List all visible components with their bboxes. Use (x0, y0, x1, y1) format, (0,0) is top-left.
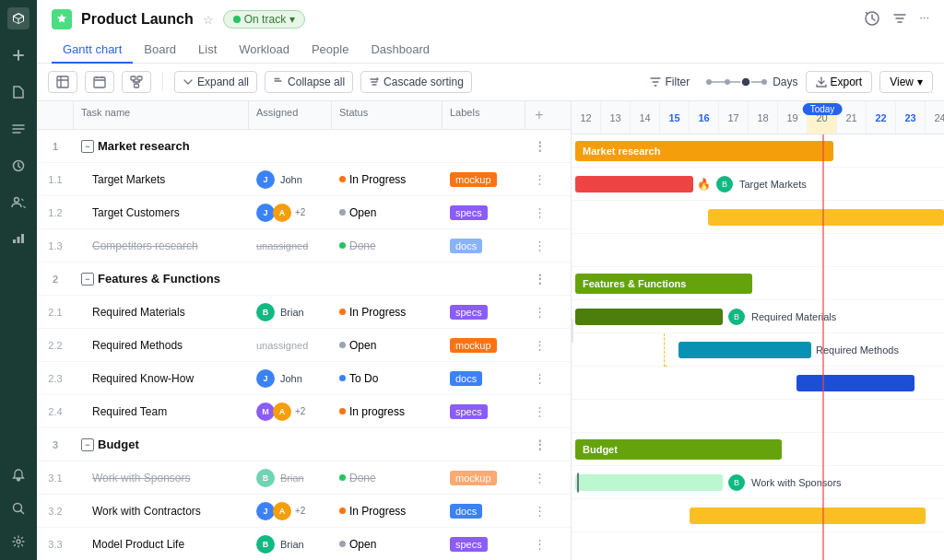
collapse-all-label: Collapse all (288, 76, 345, 88)
more-menu-btn[interactable]: ⋮ (525, 202, 553, 223)
label-badge: mockup (450, 338, 497, 353)
export-btn[interactable]: Export (806, 71, 873, 93)
collapse-toggle[interactable]: − (81, 438, 94, 451)
collapse-toggle[interactable]: − (81, 273, 94, 286)
star-icon[interactable]: ☆ (203, 13, 214, 27)
label-badge: specs (450, 305, 488, 320)
days-label: Days (773, 76, 797, 88)
label-badge: mockup (450, 172, 497, 187)
avatar: M (256, 402, 275, 421)
sidebar-files[interactable] (7, 81, 30, 103)
task-name: Competitors research (74, 236, 249, 256)
more-menu-btn[interactable]: ⋮ (525, 268, 553, 289)
more-menu-btn[interactable]: ⋮ (525, 235, 553, 256)
avatar: A (273, 204, 291, 222)
assigned-cell: J A +2 (249, 498, 332, 524)
more-menu-btn[interactable]: ⋮ (525, 368, 553, 389)
tab-workload[interactable]: Workload (228, 37, 301, 64)
gantt-bar[interactable] (690, 508, 926, 524)
table-row: 2.1 Required Materials B Brian In Progre… (37, 296, 571, 329)
gantt-header: Today 12 13 14 15 16 17 18 19 20 21 22 2… (572, 101, 944, 134)
sidebar-list[interactable] (7, 118, 30, 140)
status-cell: To Do (332, 368, 442, 389)
project-title: Product Launch (81, 11, 194, 28)
more-menu-btn[interactable]: ⋮ (525, 301, 553, 322)
row-num: 1.3 (37, 237, 74, 255)
row-num: 2.4 (37, 402, 74, 421)
collapse-toggle[interactable]: − (81, 140, 94, 153)
more-menu-btn[interactable]: ⋮ (525, 401, 553, 422)
gantt-row-req-materials: B Required Materials (572, 300, 944, 333)
calendar-view-btn[interactable] (85, 71, 114, 93)
more-menu-btn[interactable]: ⋮ (525, 334, 553, 356)
gantt-bar[interactable] (796, 375, 914, 391)
table-row: 3.1 Work with Sponsors B Brian Done mock… (37, 461, 571, 495)
col-assigned: Assigned (249, 101, 332, 129)
svg-point-1 (15, 198, 19, 203)
svg-rect-6 (94, 77, 105, 88)
svg-rect-7 (131, 76, 136, 80)
gantt-bar[interactable] (575, 176, 693, 192)
gantt-row-features: Features & Functions (572, 267, 944, 300)
tab-board[interactable]: Board (133, 37, 187, 64)
task-name: Work with Contractors (74, 501, 249, 521)
gantt-bar[interactable] (678, 342, 811, 358)
history-icon[interactable] (864, 10, 880, 29)
tab-list[interactable]: List (187, 37, 228, 64)
avatar-bar: B (726, 307, 747, 327)
sidebar-settings[interactable] (7, 531, 30, 553)
day-24: 24 (926, 101, 944, 134)
connector-line (664, 333, 667, 367)
sidebar (0, 0, 37, 560)
gantt-bar[interactable] (575, 309, 723, 325)
view-btn[interactable]: View ▾ (879, 71, 933, 93)
more-menu-btn[interactable]: ⋮ (525, 135, 553, 157)
tab-people[interactable]: People (301, 37, 360, 64)
assigned-cell: unassigned (249, 237, 332, 255)
more-menu-btn[interactable]: ⋮ (525, 500, 553, 521)
tab-gantt-chart[interactable]: Gantt chart (52, 37, 133, 64)
sidebar-search[interactable] (7, 497, 30, 519)
sidebar-bell[interactable] (7, 464, 30, 486)
gantt-scroll-handle[interactable] (572, 319, 573, 343)
status-badge[interactable]: On track ▾ (223, 10, 305, 29)
col-task-name: Task name (74, 101, 249, 129)
avatar-bar: B (726, 472, 747, 493)
sidebar-users[interactable] (7, 192, 30, 214)
gantt-bar[interactable]: Market research (575, 141, 833, 161)
gantt-bar[interactable]: Budget (575, 439, 782, 460)
sidebar-chart[interactable] (7, 228, 30, 251)
more-menu-btn[interactable]: ⋮ (525, 533, 553, 554)
header-actions: ··· (864, 10, 929, 29)
more-menu-btn[interactable]: ⋮ (525, 467, 553, 488)
more-menu-btn[interactable]: ⋮ (525, 434, 553, 455)
gantt-bar[interactable] (708, 209, 944, 226)
gantt-bar[interactable] (575, 474, 723, 491)
tab-dashboard[interactable]: Dashboard (360, 37, 441, 64)
filter-settings-icon[interactable] (891, 10, 908, 29)
collapse-all-btn[interactable]: Collapse all (265, 71, 353, 93)
sidebar-logo[interactable] (7, 7, 30, 29)
status-cell: Done (332, 468, 442, 488)
expand-all-btn[interactable]: Expand all (174, 71, 257, 93)
sidebar-clock[interactable] (7, 155, 30, 177)
status-cell (332, 275, 442, 283)
task-name: − Market research (74, 135, 249, 157)
gantt-bar[interactable]: Features & Functions (575, 274, 752, 294)
label-badge: specs (450, 205, 488, 220)
add-column-btn[interactable]: + (525, 101, 553, 129)
gantt-row-work-sponsors: B Work with Sponsors (572, 466, 944, 499)
more-options-icon[interactable]: ··· (919, 10, 929, 29)
sidebar-add[interactable] (7, 44, 30, 66)
assigned-cell: M A +2 (249, 399, 332, 425)
more-menu-btn[interactable]: ⋮ (525, 169, 553, 190)
label-cell: docs (442, 235, 525, 257)
filter-btn[interactable]: Filter (642, 72, 698, 92)
cascade-sorting-btn[interactable]: Cascade sorting (360, 71, 472, 93)
days-control: Days (704, 76, 797, 88)
bar-label: Features & Functions (583, 278, 686, 289)
table-view-btn[interactable] (48, 71, 77, 93)
hierarchy-view-btn[interactable] (122, 71, 151, 93)
assigned-cell: J John (249, 167, 332, 192)
col-num (37, 101, 74, 129)
